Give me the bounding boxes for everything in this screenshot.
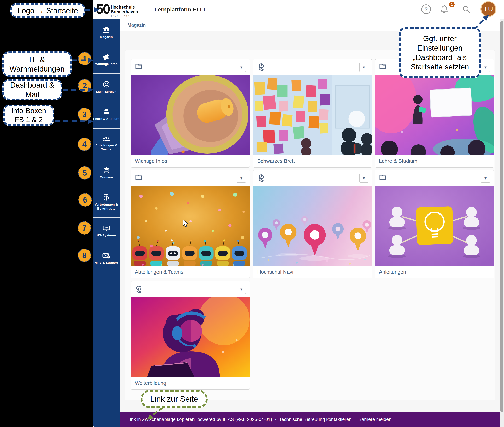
- presentation-illustration: [375, 75, 494, 155]
- sidebar-item-label: Hilfe & Support: [94, 261, 118, 265]
- mail-help-icon: ?: [102, 253, 110, 259]
- card-schwarzes-brett[interactable]: ▾: [253, 59, 372, 168]
- link-icon: [258, 174, 265, 182]
- avatar[interactable]: TU: [481, 1, 496, 17]
- card-hochschul-navi[interactable]: ▾: [253, 170, 372, 278]
- annotation-infobox-note: Info-Boxen FB 1 & 2: [3, 105, 54, 126]
- scrollbar-track[interactable]: [500, 19, 504, 427]
- copy-permalink-link[interactable]: Link in Zwischenablage kopieren: [127, 417, 195, 422]
- sticky-notes-illustration: [253, 75, 372, 155]
- card-title[interactable]: Lehre & Studium: [375, 155, 494, 164]
- sidebar-item-hilfe-support[interactable]: ? Hilfe & Support: [93, 245, 120, 272]
- folder-icon: [135, 63, 142, 69]
- step-badge-8: 8: [78, 249, 91, 262]
- sidebar-item-label: Abteilungen & Teams: [93, 144, 119, 152]
- sidebar-item-magazin[interactable]: Magazin: [93, 19, 120, 46]
- report-barrier-link[interactable]: Barriere melden: [358, 417, 391, 422]
- powered-by-text: powered by ILIAS (v9.8 2025-04-01): [197, 417, 272, 422]
- main-sidebar: Magazin Wichtige Infos Mein Bereich: [93, 19, 120, 427]
- card-title[interactable]: Weiterbildung: [131, 377, 250, 386]
- sidebar-item-label: Gremien: [100, 175, 113, 179]
- bell-icon[interactable]: [440, 5, 449, 15]
- step-badge-2: 2: [78, 79, 92, 92]
- folder-icon: [379, 63, 387, 69]
- annotation-link-note: Link zur Seite: [141, 390, 208, 408]
- sidebar-item-mein-bereich[interactable]: Mein Bereich: [93, 73, 120, 101]
- card-wichtige-infos[interactable]: ▾: [131, 59, 250, 168]
- card-image-map-pins: [253, 186, 372, 266]
- megaphone-illustration: [131, 75, 250, 155]
- svg-text:?: ?: [108, 256, 109, 258]
- search-icon[interactable]: [462, 5, 471, 14]
- globe-people-icon: [103, 194, 110, 201]
- contact-support-link[interactable]: Technische Betreuung kontaktieren: [279, 417, 351, 422]
- smiley-icon: [103, 81, 110, 88]
- logo-name-line1: Hochschule: [111, 5, 138, 9]
- card-title[interactable]: Wichtige Infos: [131, 155, 250, 164]
- sidebar-item-abteilungen-teams[interactable]: Abteilungen & Teams: [93, 128, 120, 159]
- actions-dropdown-button[interactable]: ▾: [237, 174, 246, 183]
- map-pins-illustration: [253, 186, 372, 266]
- hochschule-bremerhaven-logo[interactable]: 50 Hochschule Bremerhaven 1975 - 2025: [96, 1, 138, 17]
- help-icon[interactable]: ?: [421, 4, 431, 14]
- step-badge-5: 5: [78, 166, 92, 180]
- card-title[interactable]: Abteilungen & Teams: [131, 266, 250, 275]
- notification-badge: 1: [449, 1, 455, 8]
- sidebar-item-vertretungen-beauftragte[interactable]: Vertretungen & Beauftragte: [93, 187, 120, 217]
- books-icon: [103, 109, 110, 115]
- annotation-dashboard-note: Dashboard & Mail: [2, 79, 62, 100]
- card-image-presentation: [375, 75, 494, 155]
- step-badge-1: 1: [78, 52, 92, 65]
- actions-dropdown-button[interactable]: ▾: [481, 174, 490, 183]
- logo-50-icon: 50: [96, 1, 110, 17]
- footer-bar: Link in Zwischenablage kopieren powered …: [120, 412, 504, 427]
- people-icon: [103, 136, 110, 141]
- annotation-logo-note: Logo → Startseite: [10, 3, 85, 18]
- sidebar-item-hs-systeme[interactable]: HS-Systeme: [93, 217, 120, 245]
- sidebar-item-label: Magazin: [100, 35, 113, 39]
- actions-dropdown-button[interactable]: ▾: [359, 174, 368, 183]
- actions-dropdown-button[interactable]: ▾: [237, 63, 246, 72]
- card-image-headphones-person: [131, 297, 250, 377]
- annotation-settings-note: Ggf. unter Einstellungen „Dashboard“ als…: [399, 27, 481, 78]
- actions-dropdown-button[interactable]: ▾: [481, 63, 490, 72]
- card-image-lightbulb: [375, 186, 494, 266]
- card-image-megaphone: [131, 75, 250, 155]
- logo-years: 1975 - 2025: [111, 15, 138, 17]
- committee-icon: [103, 167, 110, 173]
- monitor-icon: [103, 225, 110, 231]
- sidebar-item-lehre-studium[interactable]: Lehre & Studium: [93, 101, 120, 128]
- card-title[interactable]: Hochschul-Navi: [253, 266, 372, 275]
- top-bar: 50 Hochschule Bremerhaven 1975 - 2025 Le…: [93, 0, 504, 19]
- card-title[interactable]: Anleitungen: [375, 266, 494, 275]
- sidebar-item-label: HS-Systeme: [97, 234, 116, 237]
- link-icon: [135, 285, 142, 293]
- scrollbar-thumb[interactable]: [500, 21, 504, 412]
- logo-name-line2: Bremerhaven: [111, 9, 138, 14]
- sidebar-item-gremien[interactable]: Gremien: [93, 159, 120, 187]
- card-anleitungen[interactable]: ▾: [375, 170, 494, 278]
- sidebar-item-wichtige-infos[interactable]: Wichtige Infos: [93, 46, 120, 73]
- main-content: Magazin ▾: [120, 19, 504, 412]
- link-icon: [258, 63, 265, 71]
- mouse-cursor: [182, 219, 190, 228]
- bank-icon: [103, 26, 110, 33]
- step-badge-4: 4: [78, 137, 91, 151]
- headphones-person-illustration: [131, 297, 250, 377]
- repository-item-group: ▾: [124, 50, 495, 400]
- sidebar-item-label: Lehre & Studium: [93, 117, 119, 121]
- actions-dropdown-button[interactable]: ▾: [237, 285, 246, 294]
- step-badge-7: 7: [78, 221, 91, 235]
- annotation-warn-note: IT- & Warnmeldungen: [2, 52, 72, 77]
- sidebar-item-label: Mein Bereich: [96, 90, 116, 94]
- card-weiterbildung[interactable]: ▾: [131, 281, 250, 390]
- card-title[interactable]: Schwarzes Brett: [253, 155, 372, 164]
- step-badge-3: 3: [78, 108, 91, 121]
- step-badge-6: 6: [78, 193, 92, 207]
- sidebar-item-label: Vertretungen & Beauftragte: [93, 203, 119, 211]
- footer-separator: ·: [354, 417, 356, 422]
- folder-icon: [379, 174, 387, 180]
- sidebar-item-label: Wichtige Infos: [95, 62, 117, 66]
- actions-dropdown-button[interactable]: ▾: [359, 63, 368, 72]
- breadcrumb-item-magazin[interactable]: Magazin: [127, 23, 146, 28]
